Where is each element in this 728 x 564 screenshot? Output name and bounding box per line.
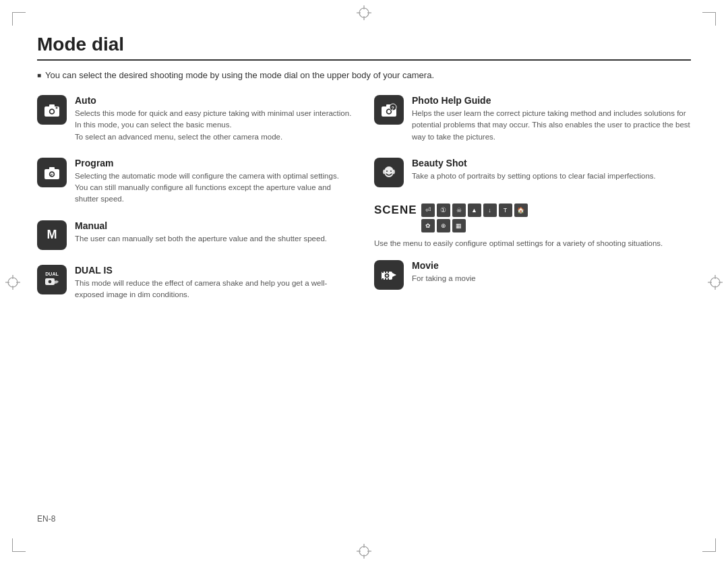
- crosshair-right: [708, 275, 723, 290]
- svg-point-43: [386, 275, 388, 277]
- scene-icon-10: ▦: [452, 219, 466, 232]
- svg-point-40: [390, 170, 392, 172]
- crosshair-bottom: [357, 544, 371, 559]
- svg-rect-21: [49, 104, 55, 107]
- photo-help-text: Photo Help Guide Helps the user learn th…: [412, 95, 691, 143]
- auto-desc: Selects this mode for quick and easy pic…: [75, 108, 354, 143]
- footer-page-number: EN-8: [37, 514, 55, 524]
- svg-point-24: [56, 107, 58, 109]
- svg-point-35: [388, 110, 391, 113]
- svg-rect-50: [388, 278, 389, 280]
- dual-is-icon: DUAL: [37, 265, 67, 294]
- mode-auto: Auto Selects this mode for quick and eas…: [37, 95, 354, 143]
- corner-tl: [12, 12, 26, 26]
- svg-point-10: [8, 278, 18, 287]
- program-text: Program Selecting the automatic mode wil…: [75, 158, 354, 206]
- beauty-desc: Take a photo of portraits by setting opt…: [412, 170, 691, 182]
- svg-point-5: [359, 546, 369, 556]
- movie-name: Movie: [412, 260, 691, 271]
- svg-marker-44: [392, 273, 396, 277]
- program-desc: Selecting the automatic mode will config…: [75, 170, 354, 206]
- scene-icon-3: ☠: [452, 203, 466, 217]
- mode-movie: Movie For taking a movie: [374, 260, 691, 290]
- mode-manual: M Manual The user can manually set both …: [37, 220, 354, 250]
- scene-icon-1: ⏎: [421, 203, 435, 217]
- mode-program: P Program Selecting the automatic mode w…: [37, 158, 354, 206]
- scene-icon-2: ①: [437, 203, 450, 217]
- dual-is-desc: This mode will reduce the effect of came…: [75, 278, 354, 301]
- scene-desc: Use the menu to easily configure optimal…: [374, 238, 691, 249]
- col-right: ? Photo Help Guide Helps the user learn …: [374, 95, 691, 315]
- photo-help-desc: Helps the user learn the correct picture…: [412, 108, 691, 143]
- scene-icon-6: T: [499, 203, 512, 217]
- dual-is-name: DUAL IS: [75, 265, 354, 276]
- manual-name: Manual: [75, 220, 354, 231]
- svg-point-15: [710, 278, 720, 287]
- svg-rect-46: [385, 272, 386, 273]
- program-name: Program: [75, 158, 354, 168]
- movie-icon: [374, 260, 404, 290]
- col-left: Auto Selects this mode for quick and eas…: [37, 95, 354, 315]
- page: Mode dial You can select the desired sho…: [0, 0, 728, 564]
- scene-icon-8: ✿: [421, 219, 435, 232]
- photo-help-name: Photo Help Guide: [412, 95, 691, 106]
- crosshair-top: [357, 5, 371, 20]
- svg-point-31: [48, 280, 52, 284]
- photo-help-icon: ?: [374, 95, 404, 125]
- content: Mode dial You can select the desired sho…: [37, 34, 691, 530]
- mode-photo-help: ? Photo Help Guide Helps the user learn …: [374, 95, 691, 143]
- corner-bl: [12, 538, 26, 552]
- movie-text: Movie For taking a movie: [412, 260, 691, 284]
- program-icon: P: [37, 158, 67, 187]
- crosshair-left: [5, 275, 20, 290]
- beauty-text: Beauty Shot Take a photo of portraits by…: [412, 158, 691, 182]
- svg-rect-47: [388, 272, 389, 273]
- svg-rect-49: [385, 278, 386, 280]
- corner-br: [702, 538, 716, 552]
- beauty-name: Beauty Shot: [412, 158, 691, 168]
- svg-text:?: ?: [392, 106, 394, 111]
- mode-beauty: Beauty Shot Take a photo of portraits by…: [374, 158, 691, 187]
- svg-rect-26: [49, 167, 55, 170]
- intro-text: You can select the desired shooting mode…: [37, 70, 691, 80]
- dual-is-text: DUAL IS This mode will reduce the effect…: [75, 265, 354, 301]
- scene-icon-9: ⊕: [437, 219, 450, 232]
- svg-point-39: [386, 170, 388, 172]
- beauty-icon: [374, 158, 404, 187]
- svg-point-0: [359, 8, 369, 18]
- manual-desc: The user can manually set both the apert…: [75, 233, 354, 245]
- auto-text: Auto Selects this mode for quick and eas…: [75, 95, 354, 143]
- mode-dual-is: DUAL DUAL IS This mode will reduce the e…: [37, 265, 354, 301]
- svg-rect-48: [382, 278, 384, 280]
- scene-icon-7: 🏠: [514, 203, 528, 217]
- corner-tr: [702, 12, 716, 26]
- svg-rect-45: [382, 272, 384, 273]
- scene-icon-5: ↓: [483, 203, 497, 217]
- mode-scene: SCENE ⏎ ① ☠ ▲ ↓ T 🏠 ✿ ⊕: [374, 202, 691, 232]
- auto-name: Auto: [75, 95, 354, 106]
- mode-columns: Auto Selects this mode for quick and eas…: [37, 95, 691, 315]
- manual-icon: M: [37, 220, 67, 250]
- auto-icon: [37, 95, 67, 125]
- page-title: Mode dial: [37, 34, 691, 61]
- scene-icon-4: ▲: [468, 203, 481, 217]
- svg-point-23: [51, 110, 54, 113]
- manual-text: Manual The user can manually set both th…: [75, 220, 354, 245]
- scene-label-text: SCENE: [374, 202, 417, 217]
- movie-desc: For taking a movie: [412, 273, 691, 284]
